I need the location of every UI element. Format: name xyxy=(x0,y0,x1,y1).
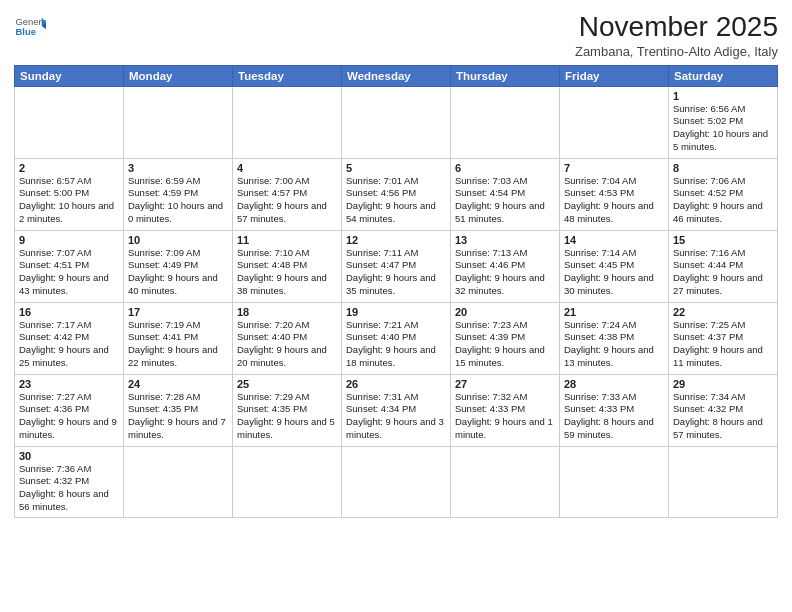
calendar-cell: 3Sunrise: 6:59 AM Sunset: 4:59 PM Daylig… xyxy=(124,158,233,230)
date-number: 7 xyxy=(564,162,664,174)
cell-info: Sunrise: 7:33 AM Sunset: 4:33 PM Dayligh… xyxy=(564,391,664,442)
date-number: 8 xyxy=(673,162,773,174)
date-number: 11 xyxy=(237,234,337,246)
calendar-cell xyxy=(233,86,342,158)
date-number: 26 xyxy=(346,378,446,390)
calendar-cell xyxy=(15,86,124,158)
cell-info: Sunrise: 7:20 AM Sunset: 4:40 PM Dayligh… xyxy=(237,319,337,370)
day-header-friday: Friday xyxy=(560,65,669,86)
calendar-cell: 10Sunrise: 7:09 AM Sunset: 4:49 PM Dayli… xyxy=(124,230,233,302)
day-header-monday: Monday xyxy=(124,65,233,86)
day-header-wednesday: Wednesday xyxy=(342,65,451,86)
cell-info: Sunrise: 7:09 AM Sunset: 4:49 PM Dayligh… xyxy=(128,247,228,298)
calendar-cell: 22Sunrise: 7:25 AM Sunset: 4:37 PM Dayli… xyxy=(669,302,778,374)
cell-info: Sunrise: 7:27 AM Sunset: 4:36 PM Dayligh… xyxy=(19,391,119,442)
week-row-2: 9Sunrise: 7:07 AM Sunset: 4:51 PM Daylig… xyxy=(15,230,778,302)
calendar-cell: 30Sunrise: 7:36 AM Sunset: 4:32 PM Dayli… xyxy=(15,446,124,517)
calendar-cell xyxy=(560,446,669,517)
calendar-cell: 7Sunrise: 7:04 AM Sunset: 4:53 PM Daylig… xyxy=(560,158,669,230)
calendar-cell: 16Sunrise: 7:17 AM Sunset: 4:42 PM Dayli… xyxy=(15,302,124,374)
day-header-thursday: Thursday xyxy=(451,65,560,86)
date-number: 1 xyxy=(673,90,773,102)
calendar-cell: 29Sunrise: 7:34 AM Sunset: 4:32 PM Dayli… xyxy=(669,374,778,446)
date-number: 14 xyxy=(564,234,664,246)
date-number: 4 xyxy=(237,162,337,174)
header: General Blue November 2025 Zambana, Tren… xyxy=(14,10,778,59)
cell-info: Sunrise: 7:04 AM Sunset: 4:53 PM Dayligh… xyxy=(564,175,664,226)
calendar-cell: 28Sunrise: 7:33 AM Sunset: 4:33 PM Dayli… xyxy=(560,374,669,446)
calendar-cell: 23Sunrise: 7:27 AM Sunset: 4:36 PM Dayli… xyxy=(15,374,124,446)
calendar-cell xyxy=(124,86,233,158)
calendar-cell: 5Sunrise: 7:01 AM Sunset: 4:56 PM Daylig… xyxy=(342,158,451,230)
date-number: 19 xyxy=(346,306,446,318)
week-row-4: 23Sunrise: 7:27 AM Sunset: 4:36 PM Dayli… xyxy=(15,374,778,446)
generalblue-logo-icon: General Blue xyxy=(14,10,46,42)
calendar-cell: 21Sunrise: 7:24 AM Sunset: 4:38 PM Dayli… xyxy=(560,302,669,374)
cell-info: Sunrise: 7:11 AM Sunset: 4:47 PM Dayligh… xyxy=(346,247,446,298)
calendar-cell: 2Sunrise: 6:57 AM Sunset: 5:00 PM Daylig… xyxy=(15,158,124,230)
calendar-cell xyxy=(124,446,233,517)
calendar-subtitle: Zambana, Trentino-Alto Adige, Italy xyxy=(575,44,778,59)
calendar-cell: 25Sunrise: 7:29 AM Sunset: 4:35 PM Dayli… xyxy=(233,374,342,446)
calendar-cell: 18Sunrise: 7:20 AM Sunset: 4:40 PM Dayli… xyxy=(233,302,342,374)
cell-info: Sunrise: 6:59 AM Sunset: 4:59 PM Dayligh… xyxy=(128,175,228,226)
svg-text:General: General xyxy=(15,16,46,27)
day-header-sunday: Sunday xyxy=(15,65,124,86)
cell-info: Sunrise: 7:17 AM Sunset: 4:42 PM Dayligh… xyxy=(19,319,119,370)
title-block: November 2025 Zambana, Trentino-Alto Adi… xyxy=(575,10,778,59)
date-number: 16 xyxy=(19,306,119,318)
date-number: 24 xyxy=(128,378,228,390)
date-number: 12 xyxy=(346,234,446,246)
cell-info: Sunrise: 7:00 AM Sunset: 4:57 PM Dayligh… xyxy=(237,175,337,226)
week-row-5: 30Sunrise: 7:36 AM Sunset: 4:32 PM Dayli… xyxy=(15,446,778,517)
date-number: 23 xyxy=(19,378,119,390)
date-number: 13 xyxy=(455,234,555,246)
date-number: 10 xyxy=(128,234,228,246)
cell-info: Sunrise: 7:21 AM Sunset: 4:40 PM Dayligh… xyxy=(346,319,446,370)
date-number: 28 xyxy=(564,378,664,390)
cell-info: Sunrise: 7:29 AM Sunset: 4:35 PM Dayligh… xyxy=(237,391,337,442)
cell-info: Sunrise: 7:14 AM Sunset: 4:45 PM Dayligh… xyxy=(564,247,664,298)
calendar-cell: 20Sunrise: 7:23 AM Sunset: 4:39 PM Dayli… xyxy=(451,302,560,374)
day-header-saturday: Saturday xyxy=(669,65,778,86)
calendar-cell: 12Sunrise: 7:11 AM Sunset: 4:47 PM Dayli… xyxy=(342,230,451,302)
cell-info: Sunrise: 7:16 AM Sunset: 4:44 PM Dayligh… xyxy=(673,247,773,298)
date-number: 6 xyxy=(455,162,555,174)
cell-info: Sunrise: 7:25 AM Sunset: 4:37 PM Dayligh… xyxy=(673,319,773,370)
date-number: 2 xyxy=(19,162,119,174)
calendar-cell xyxy=(451,86,560,158)
calendar-cell: 19Sunrise: 7:21 AM Sunset: 4:40 PM Dayli… xyxy=(342,302,451,374)
calendar-cell: 13Sunrise: 7:13 AM Sunset: 4:46 PM Dayli… xyxy=(451,230,560,302)
cell-info: Sunrise: 7:01 AM Sunset: 4:56 PM Dayligh… xyxy=(346,175,446,226)
week-row-3: 16Sunrise: 7:17 AM Sunset: 4:42 PM Dayli… xyxy=(15,302,778,374)
calendar-cell xyxy=(560,86,669,158)
date-number: 21 xyxy=(564,306,664,318)
calendar-cell: 11Sunrise: 7:10 AM Sunset: 4:48 PM Dayli… xyxy=(233,230,342,302)
cell-info: Sunrise: 7:23 AM Sunset: 4:39 PM Dayligh… xyxy=(455,319,555,370)
cell-info: Sunrise: 7:13 AM Sunset: 4:46 PM Dayligh… xyxy=(455,247,555,298)
date-number: 3 xyxy=(128,162,228,174)
calendar-table: SundayMondayTuesdayWednesdayThursdayFrid… xyxy=(14,65,778,518)
cell-info: Sunrise: 7:32 AM Sunset: 4:33 PM Dayligh… xyxy=(455,391,555,442)
cell-info: Sunrise: 7:10 AM Sunset: 4:48 PM Dayligh… xyxy=(237,247,337,298)
date-number: 29 xyxy=(673,378,773,390)
date-number: 22 xyxy=(673,306,773,318)
cell-info: Sunrise: 7:19 AM Sunset: 4:41 PM Dayligh… xyxy=(128,319,228,370)
calendar-cell: 26Sunrise: 7:31 AM Sunset: 4:34 PM Dayli… xyxy=(342,374,451,446)
calendar-cell: 1Sunrise: 6:56 AM Sunset: 5:02 PM Daylig… xyxy=(669,86,778,158)
cell-info: Sunrise: 7:31 AM Sunset: 4:34 PM Dayligh… xyxy=(346,391,446,442)
date-number: 9 xyxy=(19,234,119,246)
cell-info: Sunrise: 7:34 AM Sunset: 4:32 PM Dayligh… xyxy=(673,391,773,442)
cell-info: Sunrise: 7:28 AM Sunset: 4:35 PM Dayligh… xyxy=(128,391,228,442)
date-number: 5 xyxy=(346,162,446,174)
cell-info: Sunrise: 7:24 AM Sunset: 4:38 PM Dayligh… xyxy=(564,319,664,370)
calendar-cell xyxy=(451,446,560,517)
calendar-cell: 27Sunrise: 7:32 AM Sunset: 4:33 PM Dayli… xyxy=(451,374,560,446)
calendar-cell: 15Sunrise: 7:16 AM Sunset: 4:44 PM Dayli… xyxy=(669,230,778,302)
logo: General Blue xyxy=(14,10,46,42)
calendar-cell: 14Sunrise: 7:14 AM Sunset: 4:45 PM Dayli… xyxy=(560,230,669,302)
calendar-cell: 24Sunrise: 7:28 AM Sunset: 4:35 PM Dayli… xyxy=(124,374,233,446)
calendar-cell: 4Sunrise: 7:00 AM Sunset: 4:57 PM Daylig… xyxy=(233,158,342,230)
cell-info: Sunrise: 6:57 AM Sunset: 5:00 PM Dayligh… xyxy=(19,175,119,226)
cell-info: Sunrise: 7:07 AM Sunset: 4:51 PM Dayligh… xyxy=(19,247,119,298)
